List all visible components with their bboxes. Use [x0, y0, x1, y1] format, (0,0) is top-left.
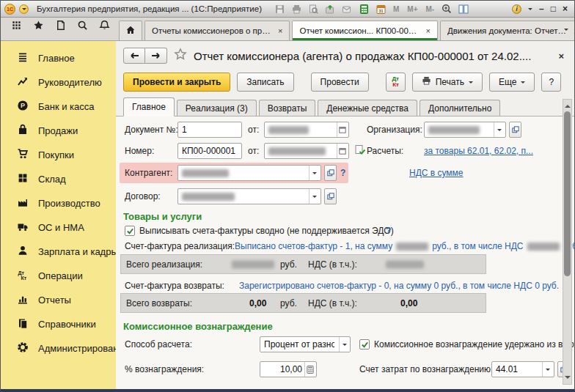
back-button[interactable] [123, 48, 145, 64]
open-link-icon[interactable] [509, 122, 521, 138]
number-input[interactable]: КП00-000001 [177, 143, 242, 159]
post-and-close-button[interactable]: Провести и закрыть [123, 73, 230, 92]
calculator-icon[interactable] [304, 362, 315, 377]
chevron-down-icon[interactable] [339, 337, 349, 352]
main-menu-button[interactable] [19, 4, 29, 14]
form-tab-vozvraty[interactable]: Возвраты [259, 100, 316, 116]
apps-grid-icon[interactable] [11, 20, 22, 34]
form-tab-dopolnitelno[interactable]: Дополнительно [420, 100, 500, 116]
sidebar-item-rukovoditelyu[interactable]: Руководителю [1, 70, 116, 95]
sidebar-item-proizvodstvo[interactable]: Производство [1, 191, 116, 215]
form-tab-label: Денежные средства [326, 103, 409, 114]
tab-home[interactable] [119, 21, 142, 40]
attach-doc-icon[interactable] [340, 3, 354, 15]
help-question-link[interactable]: ? [386, 226, 391, 236]
total-returns-vat-value: 0,00 [400, 298, 417, 308]
sidebar-item-sklad[interactable]: Склад [1, 167, 116, 191]
doc-check-icon[interactable] [355, 145, 366, 158]
sidebar-item-glavnoe[interactable]: Главное [1, 46, 116, 70]
bell-icon[interactable] [99, 20, 110, 34]
close-document-button[interactable]: × [558, 51, 564, 62]
scroll-up-icon[interactable] [565, 102, 571, 108]
help-button[interactable]: ? [541, 73, 561, 92]
history-icon[interactable] [55, 20, 66, 34]
calendar-icon[interactable] [337, 122, 348, 137]
sidebar-item-prodazhi[interactable]: Продажи [1, 119, 116, 143]
vat-in-amount-link[interactable]: НДС в сумме [409, 168, 464, 178]
dt-kt-postings-button[interactable]: ДтКт [386, 73, 406, 92]
chevron-down-icon[interactable] [542, 362, 553, 377]
search-icon[interactable] [77, 20, 88, 34]
split-view-icon[interactable] [457, 3, 470, 15]
memory-m-button[interactable]: M [391, 5, 401, 13]
maximize-button[interactable]: □ [551, 4, 556, 13]
memory-m-minus-button[interactable]: M- [424, 5, 437, 13]
calendar-icon[interactable] [337, 144, 348, 158]
form-tab-realizaciya[interactable]: Реализация (3) [177, 100, 257, 116]
calc-method-select[interactable]: Процент от разнос [260, 336, 351, 352]
print-preview-icon[interactable] [307, 3, 320, 15]
sidebar-item-spravochniki[interactable]: Справочники [1, 312, 116, 336]
button-label: Записать [246, 77, 284, 87]
memory-m-plus-button[interactable]: M+ [405, 5, 420, 13]
date2-input[interactable] [264, 143, 349, 159]
scroll-down-icon[interactable] [565, 376, 571, 382]
date1-input[interactable] [264, 122, 349, 138]
help-question-link[interactable]: ? [340, 168, 345, 178]
zoom-icon[interactable] [440, 3, 453, 15]
withheld-checkbox[interactable] [359, 339, 370, 350]
tab-document-movements[interactable]: Движения документа: Отчет к... × [440, 21, 575, 40]
commission-section-heading: Комиссионное вознаграждение [123, 321, 273, 332]
print-icon[interactable] [290, 3, 303, 15]
tabs-overflow-chevron-icon[interactable] [564, 29, 568, 33]
org-field[interactable] [424, 122, 506, 138]
tab-commission-reports-list[interactable]: Отчеты комиссионеров о прод... × [144, 21, 290, 40]
vertical-scrollbar[interactable] [563, 99, 572, 385]
calendar-icon[interactable]: 31 [374, 3, 387, 15]
scrollbar-thumb[interactable] [564, 111, 571, 276]
sidebar-item-zarplata-i-kadry[interactable]: Зарплата и кадры [1, 240, 116, 264]
blurred-datetime [268, 147, 326, 155]
contract-field[interactable] [177, 188, 321, 204]
favorite-star-icon[interactable] [174, 48, 187, 64]
sidebar-item-os-i-nma[interactable]: ОС и НМА [1, 215, 116, 240]
open-link-icon[interactable] [324, 165, 337, 181]
form-tab-glavnoe[interactable]: Главное [123, 97, 175, 117]
close-window-button[interactable]: × [563, 4, 568, 13]
calc-link[interactable]: за товары 62.01, 62.02, п... [424, 146, 533, 156]
print-button[interactable]: Печать [412, 73, 483, 92]
percent-input[interactable]: 10,00 [260, 361, 317, 377]
row-goods-heading: Товары и услуги [116, 209, 560, 223]
info-icon[interactable]: i [512, 4, 521, 14]
sidebar-item-bank-i-kassa[interactable]: Р Банк и касса [1, 95, 116, 119]
invoice-sales-status-link[interactable]: Выписано счетов-фактур - 1, на сумму руб… [235, 241, 574, 251]
blurred-value [182, 169, 229, 177]
doc-no-input[interactable]: 1 [177, 122, 242, 138]
invoice-returns-status-link[interactable]: Зарегистрировано счетов-фактур - 0, на с… [239, 281, 559, 291]
close-icon[interactable]: × [425, 26, 430, 35]
chevron-down-icon[interactable] [494, 122, 505, 137]
counterparty-field[interactable] [177, 165, 321, 181]
more-button[interactable]: Еще [489, 73, 535, 92]
minimize-button[interactable]: – [539, 4, 544, 13]
chevron-down-icon[interactable] [309, 189, 320, 204]
chevron-down-icon[interactable] [528, 8, 532, 12]
sidebar-item-pokupki[interactable]: Покупки [1, 143, 116, 167]
sidebar-item-otchety[interactable]: Отчеты [1, 288, 116, 312]
expense-account-field[interactable]: 44.01 [491, 361, 554, 377]
tab-commission-report-doc[interactable]: Отчет комиссион... КП00-000001 × [292, 21, 437, 40]
consolidated-invoices-checkbox[interactable] [125, 226, 135, 236]
export-doc-icon[interactable] [323, 3, 337, 15]
post-button[interactable]: Провести [311, 73, 369, 92]
save-button[interactable]: Записать [237, 73, 293, 92]
form-tab-denezhnye-sredstva[interactable]: Денежные средства [318, 100, 417, 116]
sidebar-item-administrirovanie[interactable]: Администрирование [1, 336, 116, 360]
close-icon[interactable]: × [278, 26, 282, 35]
open-link-icon[interactable] [324, 188, 337, 204]
star-icon[interactable] [33, 20, 44, 34]
chevron-down-icon[interactable] [309, 166, 320, 180]
forward-button[interactable] [145, 48, 167, 64]
sidebar-item-operacii[interactable]: ДтКт Операции [1, 264, 116, 288]
save-icon[interactable] [273, 3, 286, 15]
calculator-icon[interactable] [357, 3, 370, 15]
